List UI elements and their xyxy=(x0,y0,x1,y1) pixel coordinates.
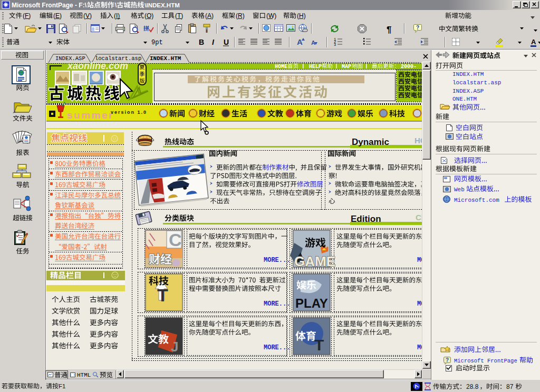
svg-text:HELP: HELP xyxy=(309,64,322,70)
svg-text:Microsoft FrontPage: Microsoft FrontPage xyxy=(454,358,517,364)
svg-text:(F): (F) xyxy=(23,12,31,19)
svg-text:(O): (O) xyxy=(144,12,153,19)
svg-text:MAP: MAP xyxy=(342,64,351,70)
svg-text:C: C xyxy=(169,230,182,250)
svg-text:MO: MO xyxy=(417,344,425,351)
svg-text:INDEX.ASP: INDEX.ASP xyxy=(452,88,484,94)
svg-text:summer: summer xyxy=(67,110,114,121)
svg-text:INDEX.HTM: INDEX.HTM xyxy=(150,55,181,62)
svg-text:HOME: HOME xyxy=(275,64,287,70)
svg-text:xaonline.com: xaonline.com xyxy=(67,61,128,71)
svg-text:(H): (H) xyxy=(297,12,306,19)
svg-text:87: 87 xyxy=(506,383,514,390)
svg-text:Edition: Edition xyxy=(351,214,381,224)
svg-text:version 1.0: version 1.0 xyxy=(111,110,147,115)
svg-text:INDEX.HTM: INDEX.HTM xyxy=(452,71,484,77)
svg-text:U: U xyxy=(224,38,229,46)
svg-text:localstart.asp: localstart.asp xyxy=(452,80,501,86)
svg-text:¶: ¶ xyxy=(387,25,391,35)
svg-text:(E): (E) xyxy=(53,12,62,19)
svg-text:B: B xyxy=(199,38,204,46)
svg-text:?: ? xyxy=(416,25,419,31)
svg-text:T: T xyxy=(157,285,168,305)
svg-text:(I): (I) xyxy=(114,12,120,19)
svg-text:Web: Web xyxy=(454,187,465,193)
svg-text:MORE...: MORE... xyxy=(264,300,290,308)
svg-text:MO: MO xyxy=(417,300,425,308)
svg-text:PLAY: PLAY xyxy=(295,296,328,310)
svg-text:(T): (T) xyxy=(175,12,183,19)
svg-text:(R): (R) xyxy=(236,12,245,19)
svg-text:Dynamic: Dynamic xyxy=(352,137,389,147)
svg-text:Microsoft FrontPage - F:\: Microsoft FrontPage - F:\ xyxy=(12,2,87,9)
svg-text:T: T xyxy=(314,336,324,354)
svg-text:3: 3 xyxy=(334,43,336,47)
svg-text:HTML: HTML xyxy=(77,372,91,378)
svg-text:F1: F1 xyxy=(59,383,65,389)
svg-text:A: A xyxy=(531,38,536,46)
svg-text:GAME: GAME xyxy=(294,253,335,269)
svg-text:(A): (A) xyxy=(205,12,214,19)
svg-text:HO: HO xyxy=(414,136,427,145)
svg-text:I: I xyxy=(212,38,215,46)
svg-text:2000-: 2000- xyxy=(401,64,417,70)
svg-text:9pt: 9pt xyxy=(151,39,163,46)
svg-text:MORE...: MORE... xyxy=(264,344,290,351)
svg-text:\INDEX.HTM: \INDEX.HTM xyxy=(144,2,179,8)
svg-text:(W): (W) xyxy=(266,12,276,19)
svg-text:ONE.HTM: ONE.HTM xyxy=(452,96,477,102)
svg-text:A: A xyxy=(297,37,303,46)
svg-text:\: \ xyxy=(115,2,117,9)
svg-text:MORE...: MORE... xyxy=(264,257,290,264)
svg-text:MO: MO xyxy=(417,257,425,264)
svg-text:(V): (V) xyxy=(83,12,92,19)
svg-text:J: J xyxy=(171,339,178,355)
svg-text:28.8: 28.8 xyxy=(466,383,479,390)
svg-text:Cl: Cl xyxy=(416,213,423,222)
svg-text:Microsoft.com: Microsoft.com xyxy=(454,197,499,203)
svg-text:?: ? xyxy=(446,357,449,363)
